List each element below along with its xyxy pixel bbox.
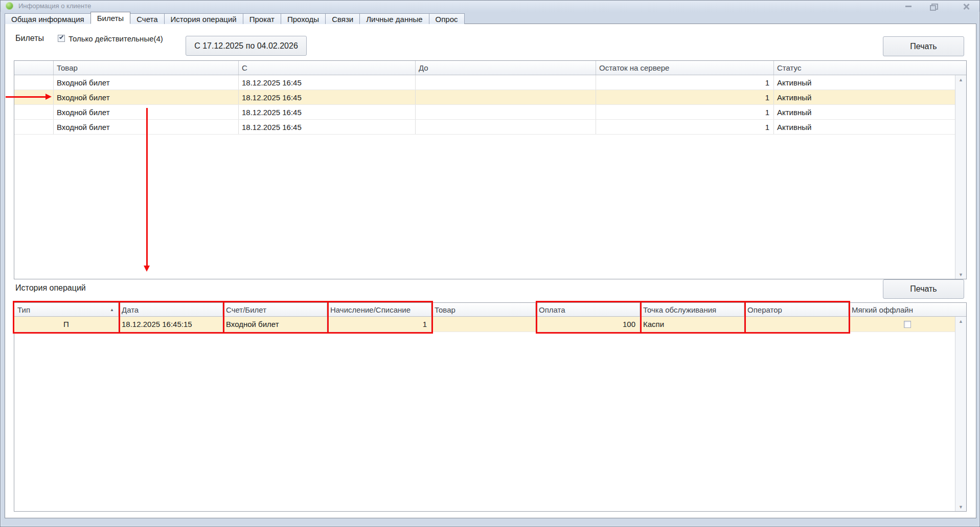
from-cell: 18.12.2025 16:45 bbox=[239, 75, 416, 90]
only-valid-label: Только действительные(4) bbox=[69, 34, 163, 43]
tab-general-info[interactable]: Общая информация bbox=[5, 13, 91, 24]
tickets-table: Товар С До Остаток на сервере Статус Вхо… bbox=[14, 60, 967, 279]
row-selector-cell bbox=[14, 105, 54, 119]
tab-tickets[interactable]: Билеты bbox=[90, 12, 130, 24]
header-operator[interactable]: Оператор bbox=[744, 303, 849, 316]
from-cell: 18.12.2025 16:45 bbox=[239, 105, 416, 119]
balance-cell: 1 bbox=[596, 90, 774, 104]
status-cell: Активный bbox=[774, 120, 966, 134]
scroll-down-icon[interactable]: ▼ bbox=[955, 502, 966, 511]
header-type-label: Тип bbox=[17, 305, 30, 314]
product-cell bbox=[431, 317, 536, 332]
from-cell: 18.12.2025 16:45 bbox=[239, 90, 416, 104]
title-bar: Информация о клиенте bbox=[1, 1, 979, 12]
account-cell: Входной билет bbox=[223, 317, 327, 332]
row-selector-cell bbox=[14, 120, 54, 134]
tab-rental[interactable]: Прокат bbox=[243, 13, 281, 24]
service-point-cell: Каспи bbox=[640, 317, 744, 332]
sort-asc-icon: ▲ bbox=[110, 308, 114, 312]
from-cell: 18.12.2025 16:45 bbox=[239, 120, 416, 134]
tickets-scrollbar[interactable]: ▲ ▼ bbox=[955, 75, 966, 279]
scroll-up-icon[interactable]: ▲ bbox=[955, 317, 966, 325]
tab-personal-data[interactable]: Личные данные bbox=[359, 13, 429, 24]
tab-survey[interactable]: Опрос bbox=[429, 13, 465, 24]
date-range-button[interactable]: С 17.12.2025 по 04.02.2026 bbox=[186, 36, 307, 56]
ticket-row[interactable]: Входной билет 18.12.2025 16:45 1 Активны… bbox=[14, 75, 966, 90]
history-print-button[interactable]: Печать bbox=[883, 279, 964, 299]
balance-cell: 1 bbox=[596, 75, 774, 90]
header-account[interactable]: Счет/Билет bbox=[223, 303, 327, 316]
history-scrollbar[interactable]: ▲ ▼ bbox=[955, 317, 966, 511]
soft-offline-cell bbox=[849, 317, 966, 332]
to-cell bbox=[416, 90, 596, 104]
history-row-selected[interactable]: П 18.12.2025 16:45:15 Входной билет 1 10… bbox=[14, 317, 966, 332]
date-cell: 18.12.2025 16:45:15 bbox=[119, 317, 223, 332]
ticket-row-selected[interactable]: Входной билет 18.12.2025 16:45 1 Активны… bbox=[14, 90, 966, 105]
row-selector-cell bbox=[14, 75, 54, 90]
operator-cell bbox=[744, 317, 849, 332]
status-cell: Активный bbox=[774, 105, 966, 119]
product-cell: Входной билет bbox=[54, 75, 239, 90]
payment-cell: 100 bbox=[536, 317, 640, 332]
close-button[interactable] bbox=[960, 3, 973, 10]
tab-accounts[interactable]: Счета bbox=[130, 13, 164, 24]
balance-cell: 1 bbox=[596, 105, 774, 119]
header-date[interactable]: Дата bbox=[119, 303, 223, 316]
product-cell: Входной билет bbox=[54, 90, 239, 104]
to-cell bbox=[416, 105, 596, 119]
amount-cell: 1 bbox=[327, 317, 431, 332]
history-table: Тип ▲ Дата Счет/Билет Начисление/Списани… bbox=[14, 302, 967, 512]
tickets-table-header: Товар С До Остаток на сервере Статус bbox=[14, 61, 966, 75]
history-table-header: Тип ▲ Дата Счет/Билет Начисление/Списани… bbox=[14, 303, 966, 317]
client-info-window: Информация о клиенте Общая информация Би… bbox=[0, 0, 980, 527]
tickets-print-button[interactable]: Печать bbox=[883, 36, 964, 56]
soft-offline-checkbox[interactable] bbox=[904, 321, 911, 328]
ticket-row[interactable]: Входной билет 18.12.2025 16:45 1 Активны… bbox=[14, 105, 966, 120]
check-icon bbox=[59, 35, 63, 39]
tab-passages[interactable]: Проходы bbox=[281, 13, 326, 24]
window-title: Информация о клиенте bbox=[18, 1, 91, 12]
balance-cell: 1 bbox=[596, 120, 774, 134]
header-soft-offline[interactable]: Мягкий оффлайн bbox=[849, 303, 966, 316]
tab-relations[interactable]: Связи bbox=[325, 13, 360, 24]
to-cell bbox=[416, 120, 596, 134]
header-selector[interactable] bbox=[14, 61, 54, 75]
status-cell: Активный bbox=[774, 90, 966, 104]
header-product[interactable]: Товар bbox=[54, 61, 239, 75]
header-payment[interactable]: Оплата bbox=[536, 303, 640, 316]
scroll-down-icon[interactable]: ▼ bbox=[955, 270, 966, 279]
ticket-row[interactable]: Входной билет 18.12.2025 16:45 1 Активны… bbox=[14, 120, 966, 135]
header-product[interactable]: Товар bbox=[431, 303, 536, 316]
to-cell bbox=[416, 75, 596, 90]
tickets-section-label: Билеты bbox=[15, 34, 44, 43]
history-section-label: История операций bbox=[15, 283, 86, 293]
status-cell: Активный bbox=[774, 75, 966, 90]
type-cell: П bbox=[14, 317, 119, 332]
tab-operation-history[interactable]: История операций bbox=[164, 13, 243, 24]
restore-icon bbox=[930, 4, 936, 9]
header-status[interactable]: Статус bbox=[774, 61, 966, 75]
header-service-point[interactable]: Точка обслуживания bbox=[640, 303, 744, 316]
header-amount[interactable]: Начисление/Списание bbox=[327, 303, 431, 316]
close-icon bbox=[963, 4, 969, 10]
header-to[interactable]: До bbox=[416, 61, 596, 75]
restore-button[interactable] bbox=[926, 3, 940, 10]
header-type[interactable]: Тип ▲ bbox=[14, 303, 119, 316]
minimize-button[interactable] bbox=[902, 3, 915, 10]
header-from[interactable]: С bbox=[239, 61, 416, 75]
tab-bar: Общая информация Билеты Счета История оп… bbox=[5, 12, 464, 24]
app-icon bbox=[6, 2, 13, 10]
scroll-up-icon[interactable]: ▲ bbox=[955, 75, 966, 84]
only-valid-checkbox[interactable] bbox=[58, 35, 65, 42]
minimize-icon bbox=[905, 6, 911, 7]
header-balance[interactable]: Остаток на сервере bbox=[596, 61, 774, 75]
